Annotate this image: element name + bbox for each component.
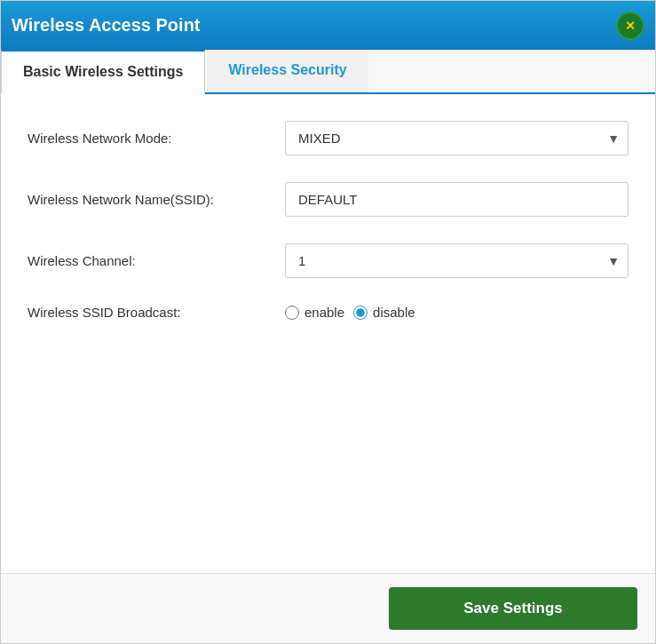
ssid-enable-label: enable xyxy=(304,305,344,320)
ssid-broadcast-radio-group: enable disable xyxy=(285,305,628,320)
tabs-bar: Basic Wireless Settings Wireless Securit… xyxy=(1,50,655,94)
ssid-disable-option[interactable]: disable xyxy=(353,305,415,320)
channel-label: Wireless Channel: xyxy=(28,253,285,268)
network-name-control xyxy=(285,182,628,217)
network-mode-select-wrapper: MIXED B-Only G-Only N-Only Disabled ▼ xyxy=(285,121,628,155)
ssid-broadcast-row: Wireless SSID Broadcast: enable disable xyxy=(28,305,628,320)
tab-wireless-security[interactable]: Wireless Security xyxy=(207,50,368,92)
network-mode-control: MIXED B-Only G-Only N-Only Disabled ▼ xyxy=(285,121,628,155)
ssid-disable-label: disable xyxy=(373,305,415,320)
network-name-label: Wireless Network Name(SSID): xyxy=(28,192,285,207)
content-area: Wireless Network Mode: MIXED B-Only G-On… xyxy=(1,94,655,573)
channel-control: 1 2 3 4 5 6 7 8 9 10 11 ▼ xyxy=(285,243,628,278)
ssid-disable-radio[interactable] xyxy=(353,306,368,320)
network-name-row: Wireless Network Name(SSID): xyxy=(28,182,628,217)
footer: Save Settings xyxy=(1,573,655,643)
network-mode-row: Wireless Network Mode: MIXED B-Only G-On… xyxy=(28,121,628,155)
network-mode-select[interactable]: MIXED B-Only G-Only N-Only Disabled xyxy=(285,121,628,155)
close-button[interactable] xyxy=(616,12,644,40)
network-mode-label: Wireless Network Mode: xyxy=(28,131,285,146)
network-name-input[interactable] xyxy=(285,182,628,217)
title-bar: Wireless Access Point xyxy=(1,1,655,50)
channel-row: Wireless Channel: 1 2 3 4 5 6 7 8 9 10 1… xyxy=(28,243,628,278)
ssid-enable-radio[interactable] xyxy=(285,306,299,320)
ssid-enable-option[interactable]: enable xyxy=(285,305,344,320)
window-title: Wireless Access Point xyxy=(12,15,201,36)
ssid-broadcast-control: enable disable xyxy=(285,305,628,320)
channel-select-wrapper: 1 2 3 4 5 6 7 8 9 10 11 ▼ xyxy=(285,243,628,278)
ssid-broadcast-label: Wireless SSID Broadcast: xyxy=(28,305,285,320)
channel-select[interactable]: 1 2 3 4 5 6 7 8 9 10 11 xyxy=(285,243,628,278)
main-window: Wireless Access Point Basic Wireless Set… xyxy=(0,0,656,644)
save-settings-button[interactable]: Save Settings xyxy=(389,587,637,630)
tab-basic-wireless-settings[interactable]: Basic Wireless Settings xyxy=(1,50,205,94)
